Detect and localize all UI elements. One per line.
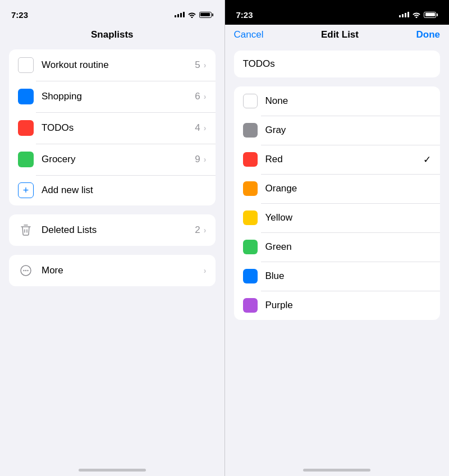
color-option-green[interactable]: Green: [234, 232, 441, 262]
grocery-chevron: ›: [204, 155, 207, 164]
home-indicator-right: [303, 469, 370, 472]
color-swatch-purple: [243, 298, 258, 313]
color-option-none[interactable]: None: [234, 86, 441, 116]
grocery-label: Grocery: [42, 154, 195, 165]
wifi-icon: [187, 11, 196, 18]
signal-icon: [175, 12, 185, 17]
svg-point-1: [23, 270, 24, 271]
right-status-time: 7:23: [236, 10, 253, 20]
color-swatch-none: [243, 94, 258, 108]
list-name-input[interactable]: [243, 58, 432, 70]
right-signal-icon: [399, 12, 409, 17]
home-indicator-left: [79, 469, 146, 472]
color-swatch-red: [243, 152, 258, 167]
more-label: More: [42, 265, 204, 276]
list-item-grocery[interactable]: Grocery 9 ›: [9, 144, 216, 175]
color-swatch-blue: [243, 269, 258, 283]
color-swatch-orange: [243, 181, 258, 196]
grocery-icon: [18, 152, 34, 167]
grocery-count: 9: [195, 154, 200, 165]
edit-list-title: Edit List: [321, 29, 359, 40]
deleted-count: 2: [195, 225, 200, 236]
cancel-button[interactable]: Cancel: [234, 29, 264, 40]
color-swatch-gray: [243, 123, 258, 138]
todos-icon: [18, 120, 34, 136]
color-option-yellow[interactable]: Yellow: [234, 203, 441, 232]
more-chevron: ›: [204, 266, 207, 275]
trash-icon: [18, 222, 34, 238]
shopping-icon: [18, 89, 34, 104]
edit-list-nav: Cancel Edit List Done: [225, 25, 450, 46]
color-label-none: None: [265, 95, 432, 107]
left-panel: 7:23 Snaplists Workout routine 5 ›: [0, 0, 224, 476]
list-name-card: [234, 51, 441, 77]
left-status-icons: [175, 11, 213, 18]
color-label-blue: Blue: [265, 271, 432, 282]
color-option-blue[interactable]: Blue: [234, 262, 441, 291]
shopping-label: Shopping: [42, 91, 195, 102]
lists-card: Workout routine 5 › Shopping 6 › TODOs 4…: [9, 49, 216, 205]
color-label-orange: Orange: [265, 183, 432, 194]
right-status-icons: [399, 11, 438, 18]
color-option-orange[interactable]: Orange: [234, 174, 441, 203]
todos-count: 4: [195, 122, 200, 134]
color-swatch-green: [243, 240, 258, 254]
workout-label: Workout routine: [42, 60, 195, 71]
color-label-gray: Gray: [265, 125, 432, 136]
add-list-button[interactable]: + Add new list: [9, 175, 216, 205]
list-item-shopping[interactable]: Shopping 6 ›: [9, 81, 216, 112]
color-swatch-yellow: [243, 210, 258, 225]
right-status-bar: 7:23: [225, 0, 450, 25]
shopping-count: 6: [195, 91, 200, 102]
todos-label: TODOs: [42, 122, 195, 134]
svg-point-2: [25, 270, 26, 271]
list-item-todos[interactable]: TODOs 4 ›: [9, 112, 216, 144]
done-button[interactable]: Done: [416, 29, 440, 40]
workout-count: 5: [195, 60, 200, 71]
color-label-red: Red: [265, 154, 424, 165]
more-item[interactable]: More ›: [9, 255, 216, 286]
battery-icon: [199, 12, 213, 18]
color-list-card: None Gray Red ✓ Orange Yellow Green: [234, 86, 441, 320]
deleted-label: Deleted Lists: [42, 225, 195, 236]
deleted-lists-card[interactable]: Deleted Lists 2 ›: [9, 214, 216, 246]
list-item-workout[interactable]: Workout routine 5 ›: [9, 49, 216, 81]
svg-point-3: [27, 270, 28, 271]
add-icon: +: [18, 182, 34, 198]
deleted-chevron: ›: [204, 226, 207, 235]
deleted-lists-item[interactable]: Deleted Lists 2 ›: [9, 214, 216, 246]
workout-chevron: ›: [204, 61, 207, 70]
color-label-yellow: Yellow: [265, 212, 432, 223]
page-title: Snaplists: [0, 25, 224, 49]
left-status-time: 7:23: [11, 10, 28, 20]
color-option-red[interactable]: Red ✓: [234, 145, 441, 174]
right-battery-icon: [424, 12, 438, 18]
workout-icon: [18, 57, 34, 73]
more-icon: [18, 263, 34, 278]
color-checkmark-red: ✓: [423, 154, 431, 166]
todos-chevron: ›: [204, 123, 207, 132]
color-label-green: Green: [265, 241, 432, 253]
shopping-chevron: ›: [204, 92, 207, 101]
color-option-purple[interactable]: Purple: [234, 291, 441, 320]
left-status-bar: 7:23: [0, 0, 224, 25]
right-panel: 7:23 Cancel Edit List Done: [225, 0, 450, 476]
color-label-purple: Purple: [265, 300, 432, 311]
add-list-label: Add new list: [42, 185, 93, 196]
more-card[interactable]: More ›: [9, 255, 216, 286]
color-option-gray[interactable]: Gray: [234, 116, 441, 145]
right-wifi-icon: [412, 11, 421, 18]
